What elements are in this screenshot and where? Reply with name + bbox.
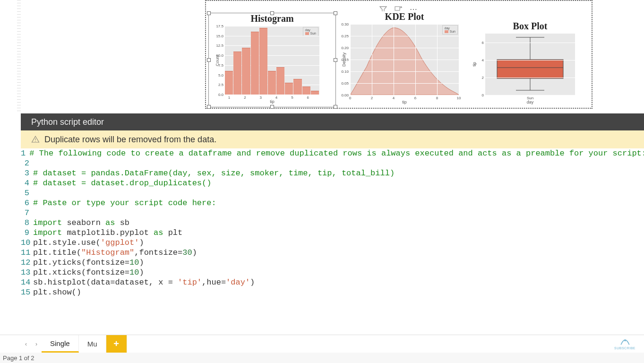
y-tick: 0.00 <box>341 93 349 97</box>
resize-handle[interactable] <box>207 105 211 109</box>
next-page-button[interactable]: › <box>31 335 42 353</box>
resize-handle[interactable] <box>270 11 274 15</box>
y-tick: 0.10 <box>341 69 349 74</box>
code-text[interactable]: plt.yticks(fontsize=10) <box>33 258 144 268</box>
code-line[interactable]: 3# dataset = pandas.DataFrame(day, sex, … <box>21 168 644 178</box>
x-tick: 1 <box>228 95 230 100</box>
code-line[interactable]: 6# Paste or type your script code here: <box>21 198 644 208</box>
x-tick: 6 <box>414 96 416 100</box>
x-tick: 8 <box>436 96 438 100</box>
line-number: 8 <box>21 218 33 228</box>
page-tab[interactable]: Mu <box>79 335 106 353</box>
code-line[interactable]: 9import matplotlib.pyplot as plt <box>21 228 644 238</box>
y-tick: 0.05 <box>341 81 349 86</box>
code-text[interactable]: # dataset = pandas.DataFrame(day, sex, s… <box>33 168 395 178</box>
y-tick: 0.30 <box>341 22 349 26</box>
code-line[interactable]: 5 <box>21 188 644 198</box>
resize-handle[interactable] <box>334 105 337 109</box>
resize-handle[interactable] <box>207 58 211 62</box>
resize-handle[interactable] <box>270 105 274 109</box>
histogram-bar <box>242 48 250 95</box>
code-text[interactable]: # Paste or type your script code here: <box>33 198 216 208</box>
script-editor-header: Python script editor <box>21 113 644 130</box>
code-line[interactable]: 4# dataset = dataset.drop_duplicates() <box>21 178 644 188</box>
y-tick: 15.0 <box>216 34 223 38</box>
code-text[interactable]: plt.style.use('ggplot') <box>33 238 144 248</box>
kde-visual[interactable]: KDE Plot day Sun 0.000.050.100.150.200.2… <box>341 11 468 107</box>
y-tick: 0 <box>482 93 484 97</box>
x-axis-label: tip <box>270 99 275 104</box>
resize-handle[interactable] <box>334 58 337 62</box>
page-indicator: Page 1 of 2 <box>3 354 34 362</box>
prev-page-button[interactable]: ‹ <box>21 335 31 353</box>
x-axis-label: tip <box>402 100 407 104</box>
code-line[interactable]: 7 <box>21 208 644 218</box>
y-tick: 0.0 <box>218 93 223 97</box>
svg-point-8 <box>35 141 36 142</box>
line-number: 7 <box>21 208 33 218</box>
code-text[interactable]: # The following code to create a datafra… <box>29 148 644 158</box>
box-plot-area: 0246 <box>485 34 575 95</box>
code-line[interactable]: 8import seaborn as sb <box>21 218 644 228</box>
page-tab[interactable]: Single <box>42 335 79 353</box>
code-text[interactable]: import matplotlib.pyplot as plt <box>33 228 182 238</box>
y-axis-label: Count <box>215 54 220 66</box>
resize-handle[interactable] <box>207 11 211 15</box>
y-axis-label: Density <box>342 52 346 67</box>
x-tick: 4 <box>393 96 395 100</box>
add-page-button[interactable]: + <box>106 335 127 353</box>
subscribe-watermark: SUBSCRIBE <box>614 339 635 350</box>
x-tick: 3 <box>260 95 262 100</box>
x-tick: 5 <box>291 95 293 100</box>
code-line[interactable]: 14sb.histplot(data=dataset, x = 'tip',hu… <box>21 277 644 287</box>
code-line[interactable]: 2 <box>21 158 644 168</box>
line-number: 1 <box>21 148 29 158</box>
histogram-visual[interactable]: Histogram day Sun 0.02.55.07.510.012.515… <box>209 13 335 107</box>
code-text[interactable]: sb.histplot(data=dataset, x = 'tip',hue=… <box>33 277 255 287</box>
code-editor[interactable]: 1# The following code to create a datafr… <box>21 148 644 335</box>
code-line[interactable]: 15plt.show() <box>21 287 644 297</box>
line-number: 3 <box>21 168 33 178</box>
line-number: 10 <box>21 238 33 248</box>
x-tick: 0 <box>349 96 351 100</box>
x-tick: 2 <box>244 95 246 100</box>
histogram-bar <box>293 79 301 95</box>
warning-banner: Duplicate rows will be removed from the … <box>21 130 644 148</box>
line-number: 13 <box>21 268 33 277</box>
kde-plot-area: day Sun 0.000.050.100.150.200.250.300246… <box>350 24 459 95</box>
svg-rect-3 <box>497 60 563 78</box>
code-text[interactable]: plt.xticks(fontsize=10) <box>33 268 144 277</box>
y-tick: 0.25 <box>341 34 349 38</box>
histogram-bar <box>251 32 259 95</box>
code-line[interactable]: 12plt.yticks(fontsize=10) <box>21 258 644 268</box>
code-line[interactable]: 10plt.style.use('ggplot') <box>21 238 644 248</box>
vertical-ruler <box>17 0 21 113</box>
x-tick: 10 <box>457 96 461 100</box>
chart-title: KDE Plot <box>341 11 468 22</box>
histogram-bar <box>233 52 241 95</box>
code-text[interactable]: plt.show() <box>33 287 81 297</box>
code-text[interactable]: import seaborn as sb <box>33 218 129 228</box>
line-number: 14 <box>21 277 33 287</box>
histogram-bar <box>285 83 293 95</box>
histogram-bar <box>276 67 284 95</box>
boxplot-visual[interactable]: Box Plot 0246 tip day Sun <box>473 21 587 107</box>
line-number: 11 <box>21 248 33 258</box>
line-number: 12 <box>21 258 33 268</box>
resize-handle[interactable] <box>334 11 337 15</box>
code-line[interactable]: 1# The following code to create a datafr… <box>21 148 644 158</box>
x-tick: 6 <box>307 95 309 100</box>
line-number: 4 <box>21 178 33 188</box>
chart-legend: day Sun <box>303 27 318 36</box>
code-line[interactable]: 11plt.title("Histogram",fontsize=30) <box>21 248 644 258</box>
visual-container[interactable]: ⋯ Histogram day Sun 0.02.55.07.510.012.5… <box>205 0 592 109</box>
y-tick: 6 <box>482 40 484 44</box>
code-text[interactable]: plt.title("Histogram",fontsize=30) <box>33 248 197 258</box>
code-text[interactable]: # dataset = dataset.drop_duplicates() <box>33 178 211 188</box>
editor-title: Python script editor <box>31 117 104 127</box>
y-tick: 17.5 <box>216 24 223 28</box>
x-tick: 2 <box>371 96 373 100</box>
code-line[interactable]: 13plt.xticks(fontsize=10) <box>21 268 644 277</box>
y-tick: 4 <box>482 58 484 62</box>
y-tick: 0.20 <box>341 46 349 50</box>
